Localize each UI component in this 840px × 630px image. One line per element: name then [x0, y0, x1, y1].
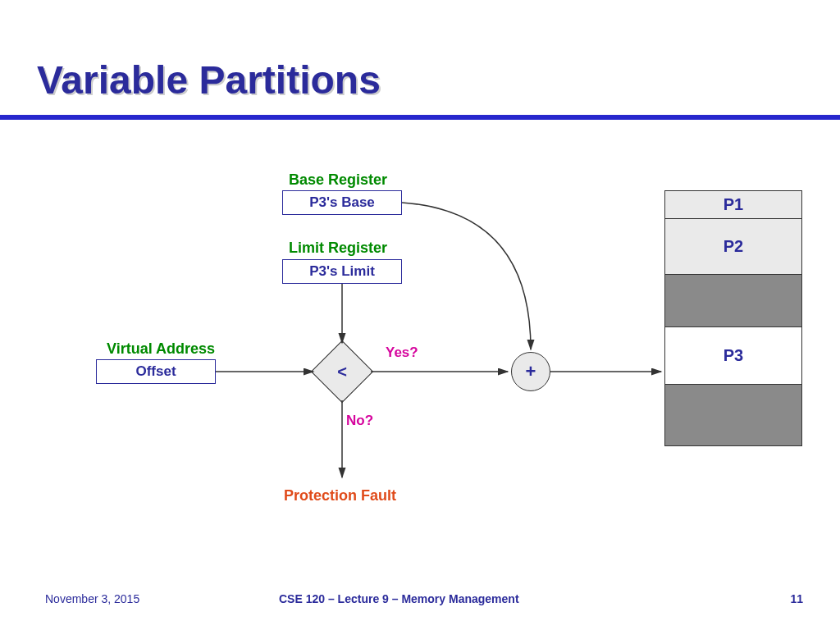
label-limit-register: Limit Register	[289, 240, 387, 257]
box-limit: P3's Limit	[282, 259, 402, 284]
slide-title: Variable Partitions	[37, 57, 381, 103]
partition-p3: P3	[665, 327, 801, 385]
footer-page: 11	[790, 592, 803, 605]
box-offset: Offset	[96, 359, 216, 384]
footer-date: November 3, 2015	[45, 592, 139, 605]
operator-add: +	[511, 352, 550, 391]
partition-stack: P1 P2 P3	[664, 190, 802, 446]
label-virtual-address: Virtual Address	[107, 340, 215, 358]
partition-p2: P2	[665, 219, 801, 275]
partition-p1: P1	[665, 191, 801, 219]
partition-gap2	[665, 385, 801, 445]
compare-symbol: <	[320, 349, 364, 394]
label-yes: Yes?	[386, 345, 418, 361]
box-base: P3's Base	[282, 190, 402, 215]
label-protection-fault: Protection Fault	[284, 487, 396, 504]
add-symbol: +	[526, 361, 536, 382]
partition-gap1	[665, 275, 801, 327]
operator-compare: <	[320, 349, 364, 394]
label-no: No?	[346, 413, 373, 429]
footer-course: CSE 120 – Lecture 9 – Memory Management	[279, 592, 519, 605]
title-rule	[0, 115, 840, 120]
label-base-register: Base Register	[289, 171, 387, 189]
